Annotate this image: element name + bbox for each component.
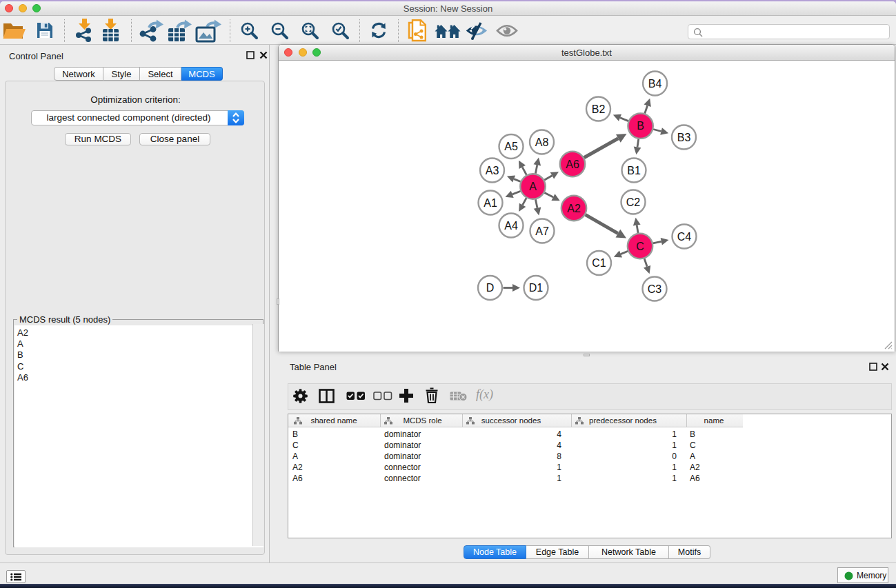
svg-text:C3: C3 — [648, 283, 662, 295]
svg-text:C4: C4 — [677, 231, 692, 243]
svg-text:B2: B2 — [592, 103, 606, 115]
svg-text:D1: D1 — [529, 282, 544, 294]
svg-text:A: A — [529, 181, 537, 192]
svg-text:B4: B4 — [648, 78, 662, 90]
svg-text:A5: A5 — [504, 141, 518, 152]
svg-text:A8: A8 — [535, 136, 549, 148]
svg-text:B3: B3 — [677, 132, 691, 143]
svg-text:A6: A6 — [566, 159, 579, 170]
svg-text:B: B — [637, 120, 644, 132]
svg-text:A7: A7 — [535, 225, 549, 237]
svg-text:A4: A4 — [504, 220, 518, 232]
svg-text:A3: A3 — [486, 165, 499, 176]
svg-text:D: D — [486, 282, 495, 294]
svg-text:C: C — [636, 241, 644, 252]
svg-text:C1: C1 — [592, 257, 606, 269]
svg-text:C2: C2 — [626, 196, 641, 208]
svg-text:A1: A1 — [484, 197, 497, 209]
svg-text:A2: A2 — [567, 203, 581, 214]
svg-text:B1: B1 — [627, 165, 641, 176]
